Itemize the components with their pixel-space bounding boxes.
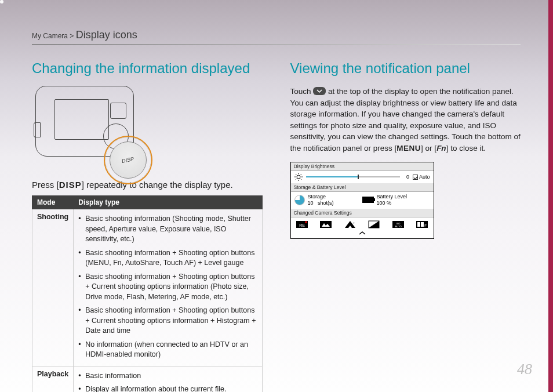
chevron-down-pill-icon <box>313 87 326 95</box>
body-a: Touch <box>290 87 314 96</box>
battery-text: Battery Level 100 % <box>377 194 408 206</box>
disp-button-label: DISP <box>59 180 82 190</box>
mode-shooting: Shooting <box>32 209 74 366</box>
right-column: Viewing the notification panel Touch at … <box>290 60 521 392</box>
svg-text:F: F <box>425 224 427 227</box>
col-mode: Mode <box>32 196 74 209</box>
svg-rect-12 <box>320 221 332 228</box>
menu-button-label: MENU <box>396 144 421 153</box>
body-b: at the top of the display to open the no… <box>290 87 521 153</box>
checkbox-icon <box>413 175 418 180</box>
svg-line-6 <box>300 179 301 180</box>
left-column: Changing the information displayed DISP … <box>32 60 263 392</box>
brightness-value: 0 <box>403 174 409 180</box>
svg-line-8 <box>300 174 301 175</box>
brightness-section-header: Display Brightness <box>291 162 434 171</box>
right-accent-bar <box>548 0 553 392</box>
list-item: Basic shooting information + Shooting op… <box>78 247 257 271</box>
svg-line-5 <box>296 174 297 175</box>
list-item: Display all information about the curren… <box>78 383 257 392</box>
table-row: Shooting Basic shooting information (Sho… <box>32 209 263 366</box>
mode-playback: Playback <box>32 366 74 392</box>
auto-checkbox-group[interactable]: Auto <box>413 174 430 180</box>
panel-close-handle[interactable] <box>291 231 434 238</box>
svg-rect-20 <box>421 222 424 227</box>
breadcrumb: My Camera > Display icons <box>32 29 137 41</box>
dial-label: DISP <box>122 156 135 164</box>
left-heading: Changing the information displayed <box>32 60 263 77</box>
storage-unit: shot(s) <box>318 200 334 206</box>
list-item: No information (when connected to an HDT… <box>78 339 257 362</box>
brightness-fill <box>306 176 358 177</box>
svg-line-7 <box>296 179 297 180</box>
svg-text:RE: RE <box>299 223 305 227</box>
list-item: Basic information <box>78 370 257 384</box>
chevron-up-icon <box>358 231 366 235</box>
lead-pre: Press [ <box>32 180 59 190</box>
shooting-items: Basic shooting information (Shooting mod… <box>78 213 257 362</box>
svg-text:AUTO: AUTO <box>395 225 401 228</box>
svg-point-11 <box>305 221 307 223</box>
brightness-icon <box>294 173 303 181</box>
lead-post: ] repeatedly to change the display type. <box>82 180 233 190</box>
exposure-setting-icon: + <box>344 220 356 229</box>
header-divider <box>32 44 521 45</box>
brightness-thumb[interactable] <box>358 175 359 179</box>
table-row: Playback Basic information Display all i… <box>32 366 263 392</box>
right-body: Touch at the top of the display to open … <box>290 86 521 154</box>
battery-value: 100 % <box>377 200 408 206</box>
col-type: Display type <box>74 196 262 209</box>
breadcrumb-prefix: My Camera > <box>32 32 74 40</box>
svg-text:+: + <box>353 221 355 224</box>
battery-label: Battery Level <box>377 194 408 199</box>
changed-settings-header: Changed Camera Settings <box>291 209 434 217</box>
body-c: ] or [ <box>421 144 436 153</box>
camera-right-button <box>110 103 126 119</box>
changed-settings-icons: RE + ISOAUTO F <box>291 217 434 231</box>
playback-items: Basic information Display all informatio… <box>78 370 257 393</box>
dial-inner: DISP <box>110 141 147 179</box>
storage-pie-icon <box>294 195 305 205</box>
body-d: ] to close it. <box>446 144 486 153</box>
notification-panel: Display Brightness 0 Auto Storage & Batt… <box>290 162 434 239</box>
display-type-table: Mode Display type Shooting Basic shootin… <box>32 195 263 392</box>
breadcrumb-page: Display icons <box>76 29 137 41</box>
brightness-slider[interactable] <box>306 176 400 177</box>
camera-screen-outline <box>54 99 109 140</box>
iso-auto-setting-icon: ISOAUTO <box>392 220 405 229</box>
auto-label: Auto <box>419 174 430 180</box>
svg-rect-19 <box>417 222 420 227</box>
list-item: Basic shooting information (Shooting mod… <box>78 213 257 247</box>
fn-button-label: Fn <box>436 144 446 153</box>
storage-battery-header: Storage & Battery Level <box>291 183 434 192</box>
left-lead: Press [DISP] repeatedly to change the di… <box>32 180 263 190</box>
storage-text: Storage 10 shot(s) <box>308 194 334 206</box>
svg-point-0 <box>297 175 300 179</box>
battery-icon <box>362 197 374 203</box>
contrast-setting-icon <box>368 220 380 229</box>
page-number: 48 <box>517 361 532 378</box>
quality-setting-icon: F <box>416 220 428 229</box>
right-heading: Viewing the notification panel <box>290 60 521 77</box>
storage-label: Storage <box>308 194 334 199</box>
list-item: Basic shooting information + Shooting op… <box>78 304 257 339</box>
list-item: Basic shooting information + Shooting op… <box>78 271 257 305</box>
redeye-setting-icon: RE <box>296 220 308 229</box>
storage-value: 10 <box>308 200 314 206</box>
camera-illustration: DISP <box>32 86 148 173</box>
disp-dial-highlight: DISP <box>104 136 152 184</box>
photo-size-setting-icon <box>319 220 332 229</box>
